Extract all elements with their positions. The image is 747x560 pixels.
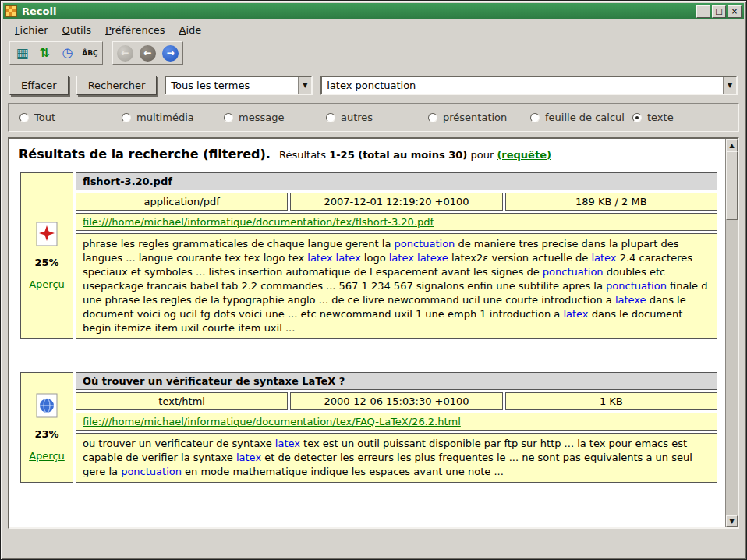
scroll-down-icon: ▼: [729, 518, 734, 525]
result-size: 1 KB: [505, 392, 717, 410]
result-side-cell: 23%Aperçu: [20, 372, 73, 483]
results-summary-range: 1-25 (total au moins 30): [329, 149, 467, 161]
radio-icon: [326, 113, 335, 122]
results-title: Résultats de la recherche (filtered).: [19, 147, 271, 161]
result-table: Où trouver un vérificateur de syntaxe La…: [76, 372, 717, 483]
filter-label: autres: [341, 112, 373, 123]
search-mode-value: Tous les termes: [166, 80, 254, 91]
menu-fichier[interactable]: Fichier: [8, 23, 55, 37]
minimize-button[interactable]: _: [696, 5, 710, 18]
clear-list-button[interactable]: ▦: [12, 44, 33, 62]
chevron-down-icon[interactable]: ▼: [298, 77, 311, 94]
result-title: flshort-3.20.pdf: [76, 172, 717, 190]
results-summary-pour: pour: [470, 149, 494, 161]
search-mode-select[interactable]: Tous les termes ▼: [165, 76, 313, 95]
maximize-button[interactable]: □: [712, 5, 726, 18]
result-mime: text/html: [76, 392, 288, 410]
snippet-text: ou trouver un verificateur de syntaxe: [83, 438, 275, 449]
result-title: Où trouver un vérificateur de syntaxe La…: [76, 372, 717, 390]
result-url-cell: file:///home/michael/informatique/docume…: [76, 213, 717, 231]
prev-page-button[interactable]: ←: [137, 44, 158, 62]
toolbar: ▦⇅◷ÂBÇ ←←→: [3, 40, 744, 69]
history-icon: ◷: [62, 47, 73, 59]
result-size: 189 KB / 2 MB: [505, 193, 717, 211]
chevron-down-icon[interactable]: ▼: [723, 77, 736, 94]
results-list: 25%Aperçuflshort-3.20.pdfapplication/pdf…: [17, 172, 719, 483]
scroll-up-icon: ▲: [729, 142, 734, 149]
next-page-icon: →: [162, 45, 179, 62]
search-button[interactable]: Rechercher: [76, 76, 158, 95]
first-page-button[interactable]: ←: [115, 44, 136, 62]
prev-page-icon: ←: [140, 45, 156, 62]
filter-row: Toutmultimédiamessageautresprésentationf…: [8, 103, 739, 132]
menubar: FichierOutilsPréférencesAide: [3, 19, 744, 40]
radio-icon: [19, 113, 29, 122]
bottom-spacer: [3, 529, 744, 557]
preview-link[interactable]: Aperçu: [29, 278, 65, 290]
term-explorer-icon: ÂBÇ: [82, 50, 97, 57]
result-side-cell: 25%Aperçu: [20, 172, 73, 339]
result-meta-row: text/html2000-12-06 15:03:30 +01001 KB: [76, 392, 717, 410]
menu-preferences[interactable]: Préférences: [98, 23, 172, 37]
radio-icon: [122, 113, 131, 122]
snippet-highlight-term: latex latex: [307, 252, 360, 264]
result-snippet: ou trouver un verificateur de syntaxe la…: [76, 433, 717, 483]
results-summary: Résultats 1-25 (total au moins 30) pour …: [279, 149, 551, 161]
query-details-link[interactable]: (requête): [497, 149, 551, 161]
filter-message[interactable]: message: [224, 112, 326, 123]
result-url-cell: file:///home/michael/informatique/docume…: [76, 413, 717, 431]
scrollbar-down-button[interactable]: ▼: [726, 515, 738, 527]
filter-texte[interactable]: texte: [632, 112, 735, 123]
menu-aide[interactable]: Aide: [172, 23, 209, 37]
filter-label: texte: [647, 112, 674, 123]
close-button[interactable]: ×: [728, 5, 742, 18]
results-content: Résultats de la recherche (filtered). Ré…: [9, 139, 725, 527]
results-summary-prefix: Résultats: [279, 149, 326, 161]
sort-order-icon: ⇅: [40, 47, 50, 59]
preview-link[interactable]: Aperçu: [29, 450, 65, 462]
results-scrollbar[interactable]: ▲ ▼: [725, 139, 738, 527]
filter-multimedia[interactable]: multimédia: [122, 112, 224, 123]
scrollbar-thumb[interactable]: [726, 151, 738, 220]
filter-presentation[interactable]: présentation: [428, 112, 530, 123]
snippet-highlight-term: latex: [591, 252, 616, 264]
search-bar: Effacer Rechercher Tous les termes ▼ ▼: [3, 69, 744, 103]
filter-label: message: [239, 112, 284, 123]
maximize-icon: □: [715, 8, 722, 16]
filter-feuille-de-calcul[interactable]: feuille de calcul: [530, 112, 632, 123]
result-url-link[interactable]: file:///home/michael/informatique/docume…: [83, 216, 434, 228]
result-meta-row: application/pdf2007-12-01 12:19:20 +0100…: [76, 193, 717, 211]
snippet-text: en mode mathematique indique les espaces…: [182, 466, 504, 477]
filter-tout[interactable]: Tout: [19, 112, 122, 123]
clear-button[interactable]: Effacer: [9, 76, 69, 95]
filter-label: Tout: [34, 112, 55, 123]
filter-autres[interactable]: autres: [326, 112, 428, 123]
app-icon[interactable]: [5, 5, 17, 17]
scrollbar-up-button[interactable]: ▲: [726, 139, 738, 151]
term-explorer-button[interactable]: ÂBÇ: [80, 44, 101, 62]
toolbar-nav: ←←→: [112, 41, 183, 65]
menu-outils[interactable]: Outils: [55, 23, 99, 37]
history-button[interactable]: ◷: [57, 44, 78, 62]
toolbar-tools: ▦⇅◷ÂBÇ: [9, 41, 103, 65]
minimize-icon: _: [702, 8, 706, 16]
next-page-button[interactable]: →: [160, 44, 181, 62]
snippet-highlight-term: latex: [563, 308, 588, 320]
result-snippet: phrase les regles grammaticales de chaqu…: [76, 233, 717, 339]
scrollbar-track[interactable]: [726, 220, 738, 515]
result-url-link[interactable]: file:///home/michael/informatique/docume…: [83, 416, 461, 427]
radio-icon: [428, 113, 437, 122]
titlebar[interactable]: Recoll _□×: [3, 3, 744, 19]
snippet-text: phrase les regles grammaticales de chaqu…: [83, 238, 395, 250]
snippet-highlight-term: latex: [236, 452, 261, 463]
search-input[interactable]: [322, 80, 723, 91]
snippet-highlight-term: latex latexe: [389, 252, 448, 264]
recoll-window: Recoll _□× FichierOutilsPréférencesAide …: [0, 0, 747, 560]
sort-order-button[interactable]: ⇅: [34, 44, 55, 62]
close-icon: ×: [731, 8, 738, 16]
result-entry: 25%Aperçuflshort-3.20.pdfapplication/pdf…: [20, 172, 717, 339]
query-combo[interactable]: ▼: [320, 76, 738, 95]
first-page-icon: ←: [117, 45, 133, 62]
snippet-highlight-term: latex: [275, 438, 300, 449]
results-header: Résultats de la recherche (filtered). Ré…: [19, 147, 717, 161]
